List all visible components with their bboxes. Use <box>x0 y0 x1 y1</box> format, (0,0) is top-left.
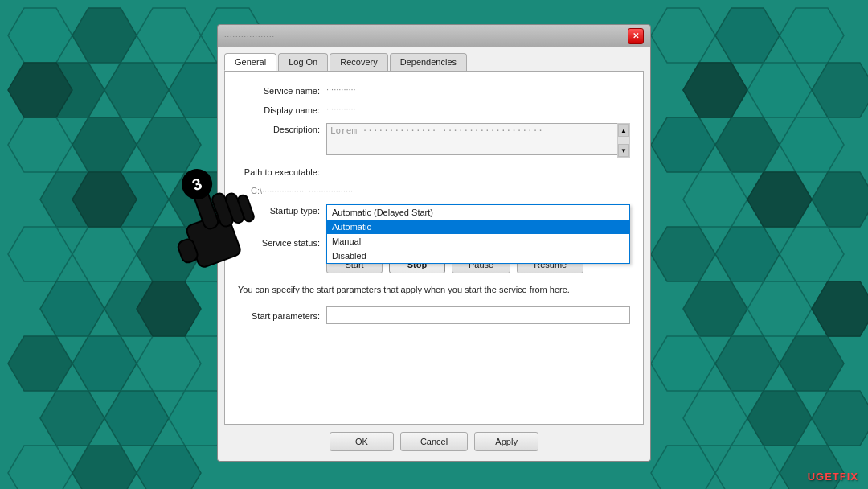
description-textarea[interactable] <box>326 123 630 155</box>
startup-type-label: Startup type: <box>238 204 326 216</box>
scroll-down-btn[interactable]: ▼ <box>618 144 629 157</box>
watermark: UGETFIX <box>808 471 858 483</box>
ok-button[interactable]: OK <box>330 432 394 451</box>
scroll-up-btn[interactable]: ▲ <box>618 124 629 137</box>
dropdown-item-disabled[interactable]: Disabled <box>327 249 629 263</box>
service-name-row: Service name: ············ <box>238 84 630 96</box>
tab-general[interactable]: General <box>224 53 276 71</box>
service-name-value: ············ <box>326 84 630 94</box>
start-params-input[interactable] <box>326 306 630 324</box>
path-row: Path to executable: <box>238 166 630 177</box>
title-bar-dots: ·················· <box>224 32 275 40</box>
tab-bar: General Log On Recovery Dependencies <box>224 53 644 71</box>
content-area: Service name: ············ Display name:… <box>224 71 644 425</box>
startup-type-row: Startup type: Automatic (Delayed Start) … <box>238 204 630 216</box>
info-text: You can specify the start parameters tha… <box>238 283 630 297</box>
dialog-footer: OK Cancel Apply <box>224 425 644 454</box>
tab-dependencies[interactable]: Dependencies <box>390 53 467 71</box>
description-wrapper: ▲ ▼ <box>326 123 630 158</box>
start-params-label: Start parameters: <box>238 310 326 321</box>
tab-logon[interactable]: Log On <box>278 53 328 71</box>
description-row: Description: ▲ ▼ <box>238 123 630 158</box>
display-name-label: Display name: <box>238 104 326 115</box>
close-button[interactable]: ✕ <box>628 28 644 44</box>
startup-type-dropdown-list: Automatic (Delayed Start) Automatic Manu… <box>326 204 630 264</box>
display-name-value: ············ <box>326 104 630 113</box>
title-bar: ·················· ✕ <box>217 24 651 47</box>
service-properties-window: ·················· ✕ General Log On Reco… <box>217 24 651 462</box>
dropdown-item-manual[interactable]: Manual <box>327 234 629 249</box>
path-label: Path to executable: <box>238 166 326 177</box>
path-value: C:\·················· ·················· <box>251 186 353 195</box>
description-scrollbar[interactable]: ▲ ▼ <box>617 123 630 158</box>
cancel-button[interactable]: Cancel <box>400 432 468 451</box>
display-name-row: Display name: ············ <box>238 104 630 115</box>
watermark-text2: FIX <box>840 471 858 483</box>
dropdown-item-delayed[interactable]: Automatic (Delayed Start) <box>327 205 629 220</box>
description-label: Description: <box>238 123 326 134</box>
service-status-label: Service status: <box>238 236 326 248</box>
watermark-text1: UGET <box>808 471 840 483</box>
dialog-body: General Log On Recovery Dependencies Ser… <box>217 47 651 462</box>
start-params-row: Start parameters: <box>238 306 630 324</box>
apply-button[interactable]: Apply <box>474 432 538 451</box>
dropdown-item-automatic[interactable]: Automatic <box>327 220 629 234</box>
service-name-label: Service name: <box>238 84 326 96</box>
tab-recovery[interactable]: Recovery <box>330 53 387 71</box>
